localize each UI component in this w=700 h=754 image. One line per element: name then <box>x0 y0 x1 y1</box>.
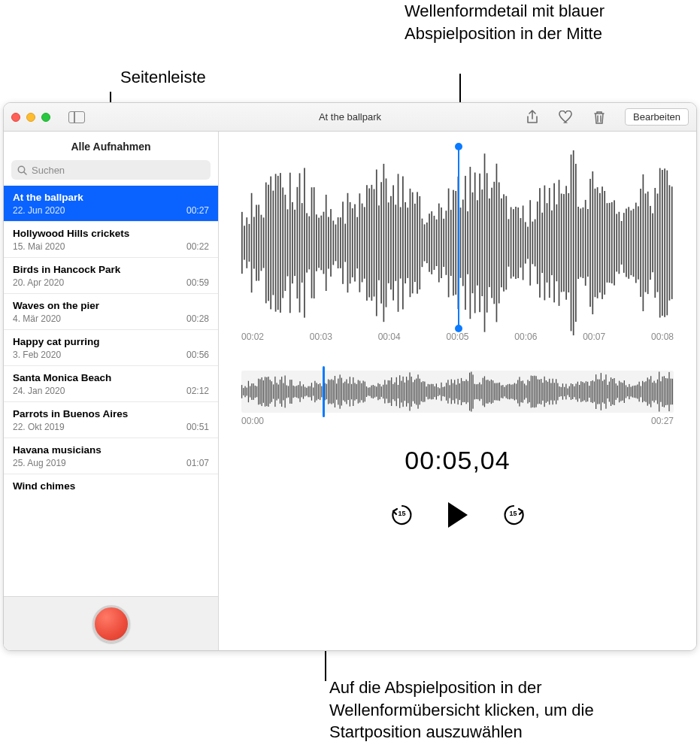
svg-rect-50 <box>356 217 358 269</box>
svg-rect-192 <box>258 379 259 405</box>
waveform-detail[interactable]: 00:0200:0300:0400:0500:0600:0700:08 <box>219 132 696 357</box>
svg-rect-323 <box>476 384 477 399</box>
svg-rect-128 <box>544 186 546 301</box>
svg-rect-408 <box>617 386 618 398</box>
search-input[interactable]: Suchen <box>11 160 211 180</box>
list-item[interactable]: Parrots in Buenos Aires22. Okt 201900:51 <box>4 402 218 438</box>
svg-rect-209 <box>286 386 287 398</box>
svg-rect-420 <box>637 385 638 399</box>
edit-button[interactable]: Bearbeiten <box>625 108 689 126</box>
svg-rect-90 <box>453 190 454 296</box>
svg-rect-402 <box>608 385 608 398</box>
list-item-subtitle: 20. Apr 202000:59 <box>13 277 209 288</box>
window-minimize-button[interactable] <box>26 113 35 122</box>
svg-rect-284 <box>411 377 412 407</box>
svg-rect-271 <box>389 380 390 403</box>
svg-rect-248 <box>351 384 352 400</box>
svg-rect-220 <box>305 387 305 397</box>
svg-rect-206 <box>281 377 282 407</box>
svg-rect-147 <box>589 179 591 307</box>
svg-rect-332 <box>491 380 492 404</box>
svg-rect-353 <box>526 386 526 398</box>
svg-rect-281 <box>406 377 407 407</box>
favorite-icon[interactable] <box>559 111 574 124</box>
svg-rect-97 <box>470 167 471 319</box>
svg-rect-91 <box>455 191 456 295</box>
svg-rect-313 <box>459 383 460 400</box>
svg-rect-305 <box>446 383 447 401</box>
list-item[interactable]: Birds in Hancock Park20. Apr 202000:59 <box>4 258 218 294</box>
svg-rect-49 <box>354 204 356 282</box>
svg-rect-240 <box>338 379 338 405</box>
list-item-subtitle: 22. Okt 201900:51 <box>13 422 209 432</box>
sidebar: Alle Aufnahmen Suchen At the ballpark22.… <box>4 132 219 650</box>
svg-rect-411 <box>622 383 623 401</box>
skip-back-button[interactable]: 15 <box>389 502 415 528</box>
svg-rect-83 <box>436 220 438 266</box>
svg-rect-226 <box>314 381 315 403</box>
trash-icon[interactable] <box>593 110 605 125</box>
share-icon[interactable] <box>526 110 539 125</box>
svg-rect-298 <box>435 386 435 397</box>
window-close-button[interactable] <box>11 113 20 122</box>
svg-rect-68 <box>400 207 402 279</box>
record-button[interactable] <box>92 605 130 643</box>
window-zoom-button[interactable] <box>41 113 50 122</box>
svg-rect-435 <box>662 377 662 407</box>
svg-rect-392 <box>590 381 591 402</box>
svg-rect-191 <box>256 386 257 398</box>
svg-rect-376 <box>564 387 565 396</box>
svg-rect-105 <box>489 198 490 287</box>
svg-rect-366 <box>547 382 548 401</box>
list-item[interactable]: Santa Monica Beach24. Jan 202002:12 <box>4 366 218 402</box>
svg-rect-434 <box>660 381 661 402</box>
svg-rect-162 <box>626 209 627 277</box>
svg-rect-177 <box>662 170 663 316</box>
svg-rect-211 <box>289 380 290 404</box>
svg-rect-110 <box>501 198 502 287</box>
svg-rect-27 <box>302 203 303 283</box>
playhead-overview[interactable] <box>323 366 325 417</box>
list-item[interactable]: Waves on the pier4. Mär 202000:28 <box>4 294 218 330</box>
svg-rect-85 <box>441 207 442 278</box>
list-item[interactable]: At the ballpark22. Jun 202000:27 <box>4 186 218 222</box>
svg-rect-60 <box>380 182 382 304</box>
svg-rect-140 <box>573 150 574 335</box>
list-item[interactable]: Hollywood Hills crickets15. Mai 202000:2… <box>4 222 218 258</box>
list-item[interactable]: Happy cat purring3. Feb 202000:56 <box>4 330 218 366</box>
list-item[interactable]: Wind chimes <box>4 474 218 492</box>
svg-rect-26 <box>299 173 301 312</box>
sidebar-toggle-icon[interactable] <box>68 111 85 123</box>
svg-rect-197 <box>266 377 267 406</box>
svg-rect-57 <box>374 189 375 297</box>
overview-start-label: 00:00 <box>241 416 264 426</box>
playhead-detail[interactable] <box>458 147 459 329</box>
svg-rect-224 <box>311 383 312 401</box>
svg-rect-375 <box>562 383 563 400</box>
svg-rect-352 <box>524 383 525 399</box>
svg-rect-33 <box>316 214 317 271</box>
svg-rect-245 <box>346 380 347 404</box>
svg-rect-246 <box>348 383 349 400</box>
svg-rect-290 <box>421 382 422 401</box>
svg-rect-257 <box>366 386 367 397</box>
list-item[interactable]: Havana musicians25. Aug 201901:07 <box>4 438 218 474</box>
skip-forward-button[interactable]: 15 <box>501 502 526 528</box>
play-button[interactable] <box>448 502 468 528</box>
svg-rect-403 <box>609 382 610 402</box>
svg-rect-382 <box>574 386 574 397</box>
svg-rect-32 <box>314 187 315 298</box>
svg-rect-126 <box>539 188 541 298</box>
svg-rect-357 <box>532 376 533 407</box>
ruler-tick: 00:07 <box>583 332 605 353</box>
svg-rect-419 <box>635 386 636 398</box>
svg-rect-346 <box>514 383 515 401</box>
waveform-overview[interactable] <box>241 371 674 413</box>
svg-rect-288 <box>417 374 418 408</box>
svg-rect-165 <box>633 209 635 277</box>
svg-rect-421 <box>639 382 640 402</box>
svg-rect-167 <box>638 206 639 279</box>
svg-rect-217 <box>299 381 300 402</box>
svg-rect-385 <box>579 385 580 398</box>
svg-rect-378 <box>567 389 568 395</box>
